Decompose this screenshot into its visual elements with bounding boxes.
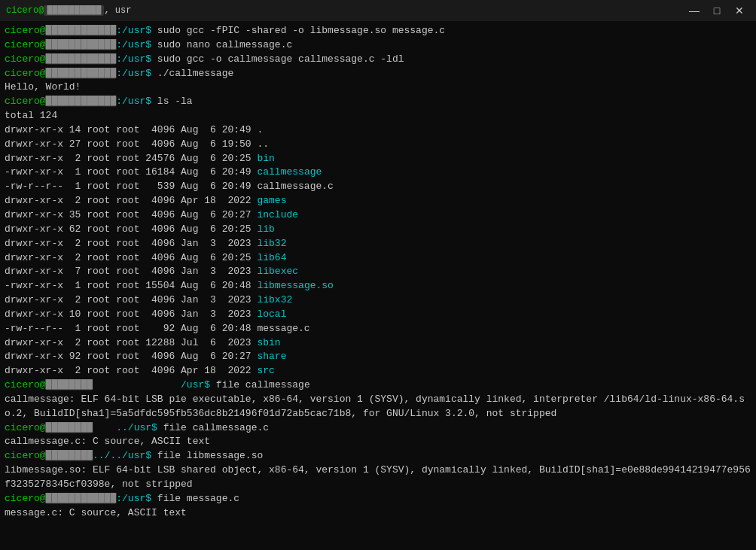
terminal-line: drwxr-xr-x 10 root root 4096 Jan 3 2023 … bbox=[5, 308, 751, 322]
title-user: cicero@ bbox=[6, 5, 44, 16]
terminal-line: cicero@████████ /usr$ file callmessage bbox=[5, 378, 751, 393]
terminal-content: cicero@████████████:/usr$ sudo gcc -fPIC… bbox=[0, 21, 756, 550]
terminal-line: drwxr-xr-x 14 root root 4096 Aug 6 20:49… bbox=[5, 123, 751, 138]
close-button[interactable]: ✕ bbox=[729, 0, 750, 21]
title-host-blur: ██████████ bbox=[44, 5, 104, 16]
terminal-line: drwxr-xr-x 2 root root 12288 Jul 6 2023 … bbox=[5, 336, 751, 351]
terminal-line: -rwxr-xr-x 1 root root 15504 Aug 6 20:48… bbox=[5, 279, 751, 293]
terminal-line: -rw-r--r-- 1 root root 539 Aug 6 20:49 c… bbox=[5, 180, 751, 194]
terminal-line: cicero@████████████:/usr$ sudo nano call… bbox=[5, 38, 751, 53]
title-bar: cicero@██████████, usr — □ ✕ bbox=[0, 0, 756, 21]
terminal-line: drwxr-xr-x 2 root root 4096 Apr 18 2022 … bbox=[5, 364, 751, 378]
terminal-line: drwxr-xr-x 7 root root 4096 Jan 3 2023 l… bbox=[5, 265, 751, 279]
terminal-line: drwxr-xr-x 2 root root 4096 Jan 3 2023 l… bbox=[5, 237, 751, 251]
terminal-line: cicero@████████████:/usr$ sudo gcc -o ca… bbox=[5, 53, 751, 67]
terminal-line: cicero@████████████:/usr$ ls -la bbox=[5, 95, 751, 109]
title-bar-left: cicero@██████████, usr bbox=[6, 5, 131, 16]
terminal-line: drwxr-xr-x 35 root root 4096 Aug 6 20:27… bbox=[5, 208, 751, 223]
terminal-line: libmessage.so: ELF 64-bit LSB shared obj… bbox=[5, 463, 751, 492]
terminal-line: cicero@████████████:/usr$ sudo gcc -fPIC… bbox=[5, 24, 751, 38]
terminal-line: drwxr-xr-x 92 root root 4096 Aug 6 20:27… bbox=[5, 350, 751, 364]
terminal-line: drwxr-xr-x 2 root root 24576 Aug 6 20:25… bbox=[5, 152, 751, 166]
title-bar-controls: — □ ✕ bbox=[684, 0, 750, 21]
restore-button[interactable]: □ bbox=[706, 0, 727, 21]
terminal-line: Hello, World! bbox=[5, 81, 751, 95]
terminal-line: cicero@████████ ../usr$ file callmessage… bbox=[5, 421, 751, 436]
terminal-line: -rw-r--r-- 1 root root 92 Aug 6 20:48 me… bbox=[5, 322, 751, 336]
title-bar-title: cicero@██████████, usr bbox=[6, 5, 131, 16]
terminal-line: drwxr-xr-x 2 root root 4096 Aug 6 20:25 … bbox=[5, 251, 751, 266]
title-suffix: , usr bbox=[104, 5, 131, 16]
terminal-line: callmessage: ELF 64-bit LSB pie executab… bbox=[5, 393, 751, 421]
terminal-line: -rwxr-xr-x 1 root root 16184 Aug 6 20:49… bbox=[5, 166, 751, 180]
terminal-line: cicero@████████████:/usr$ file message.c bbox=[5, 492, 751, 506]
terminal-line: message.c: C source, ASCII text bbox=[5, 506, 751, 521]
terminal-line: drwxr-xr-x 2 root root 4096 Jan 3 2023 l… bbox=[5, 293, 751, 308]
minimize-button[interactable]: — bbox=[684, 0, 705, 21]
terminal-line: drwxr-xr-x 27 root root 4096 Aug 6 19:50… bbox=[5, 138, 751, 152]
terminal-line: cicero@████████../../usr$ file libmessag… bbox=[5, 449, 751, 463]
terminal-line: drwxr-xr-x 62 root root 4096 Aug 6 20:25… bbox=[5, 223, 751, 237]
terminal-window: cicero@██████████, usr — □ ✕ cicero@████… bbox=[0, 0, 756, 550]
terminal-line: total 124 bbox=[5, 109, 751, 123]
terminal-line: cicero@████████████:/usr$ ./callmessage bbox=[5, 67, 751, 81]
terminal-line: callmessage.c: C source, ASCII text bbox=[5, 435, 751, 449]
terminal-line: drwxr-xr-x 2 root root 4096 Apr 18 2022 … bbox=[5, 194, 751, 208]
